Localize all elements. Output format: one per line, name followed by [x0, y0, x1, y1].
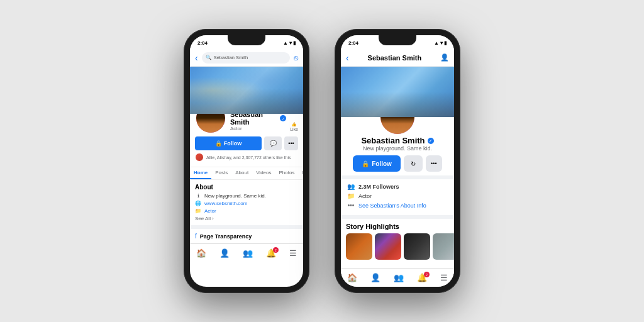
followers-row: 👥 2.3M Followers	[347, 183, 448, 190]
followers-count: 2.3M Followers	[358, 184, 399, 190]
about-category-row: 📁 Actor	[195, 208, 298, 214]
wifi-icon: ▾	[440, 40, 443, 46]
phone2-time: 2:04	[348, 40, 358, 46]
share-icon[interactable]: ⎋	[294, 53, 298, 62]
phone2-status-icons: ▲ ▾ ▮	[434, 40, 447, 46]
about-website-row: 🌐 www.sebsmith.com	[195, 201, 298, 206]
phone1-nav-bar: ‹ 🔍 Sebastian Smith ⎋	[190, 49, 303, 67]
about-section: About ℹ New playground. Same kid. 🌐 www.…	[190, 180, 303, 225]
about-bio-row: ℹ New playground. Same kid.	[195, 193, 298, 199]
phone1-time: 2:04	[197, 40, 208, 46]
about-bio: New playground. Same kid.	[204, 193, 266, 199]
notification-badge: 2	[273, 247, 279, 253]
phone1-status-icons: ▲ ▾ ▮	[283, 40, 296, 46]
lock-icon: 🔒	[215, 140, 222, 147]
message-button-2[interactable]: ↻	[404, 155, 423, 172]
profile-subtitle: Actor	[230, 126, 286, 131]
follow-label-2: Follow	[372, 160, 392, 167]
search-box[interactable]: 🔍 Sebastian Smith	[202, 52, 290, 64]
story-thumb-2[interactable]	[375, 233, 401, 260]
nav-groups[interactable]: 👥	[243, 248, 253, 258]
tab-about[interactable]: About	[231, 167, 252, 179]
story-highlights: Story Highlights	[341, 215, 454, 264]
about-category[interactable]: Actor	[204, 208, 216, 214]
phone2-cover-photo	[341, 67, 454, 117]
city-overlay	[190, 89, 303, 114]
back-button[interactable]: ‹	[346, 53, 349, 63]
about-website[interactable]: www.sebsmith.com	[204, 201, 247, 206]
see-all-label: See All	[195, 216, 211, 221]
phone2-screen: 2:04 ▲ ▾ ▮ ‹ Sebastian Smith 👤	[341, 35, 454, 287]
person-icon[interactable]: 👤	[440, 53, 449, 62]
page-transparency: f Page Transparency	[190, 225, 303, 243]
follow-button-2[interactable]: 🔒 Follow	[353, 155, 401, 172]
see-all[interactable]: See All ›	[195, 216, 298, 221]
more-icon-2: •••	[431, 160, 436, 167]
tab-photos[interactable]: Photos	[275, 167, 298, 179]
wifi-icon: ▾	[289, 40, 292, 46]
chevron-right-icon: ›	[212, 216, 214, 221]
page-trans-row: f Page Transparency	[195, 233, 298, 240]
city-overlay-2	[341, 92, 454, 117]
nav2-groups[interactable]: 👥	[394, 273, 404, 282]
story-highlights-title: Story Highlights	[346, 223, 449, 230]
message-button[interactable]: 💬	[264, 136, 282, 150]
more-button-2[interactable]: •••	[426, 155, 442, 172]
nav2-notifications[interactable]: 🔔 2	[417, 273, 427, 282]
lock-icon-2: 🔒	[362, 160, 369, 167]
search-text: Sebastian Smith	[214, 55, 248, 60]
signal-icon: ▲	[283, 40, 288, 46]
story-thumb-3[interactable]	[404, 233, 430, 260]
tab-posts[interactable]: Posts	[211, 167, 231, 179]
friends-like-text: Allie, Atishay, and 2,307,772 others lik…	[206, 155, 291, 160]
category-icon: 📁	[195, 208, 201, 214]
phone-2: 2:04 ▲ ▾ ▮ ‹ Sebastian Smith 👤	[335, 29, 460, 293]
follow-label: Follow	[224, 140, 242, 147]
more-button[interactable]: •••	[284, 136, 298, 150]
story-thumb-4[interactable]	[433, 233, 454, 260]
tab-videos[interactable]: Videos	[252, 167, 275, 179]
followers-icon: 👥	[347, 183, 355, 190]
battery-icon: ▮	[293, 40, 296, 46]
nav-menu[interactable]: ☰	[289, 248, 297, 258]
tab-events[interactable]: Eve...	[298, 167, 303, 179]
follow-button[interactable]: 🔒 Follow	[195, 136, 262, 150]
more-icon: •••	[288, 140, 294, 147]
message-icon: 💬	[270, 140, 277, 147]
nav-notifications[interactable]: 🔔 2	[266, 248, 276, 258]
category-icon-2: 📁	[347, 192, 355, 199]
page-transparency-label: Page Transparency	[200, 233, 252, 240]
notification-badge-2: 2	[424, 272, 430, 277]
story-row	[346, 233, 449, 260]
nav-title: Sebastian Smith	[368, 54, 422, 62]
profile-name-2: Sebastian Smith	[361, 136, 425, 145]
back-button[interactable]: ‹	[195, 53, 198, 63]
profile-tagline: New playground. Same kid.	[347, 145, 448, 152]
phone1-bottom-nav: 🏠 👤 👥 🔔 2 ☰	[190, 243, 303, 262]
search-icon: 🔍	[206, 55, 211, 60]
scene: 2:04 ▲ ▾ ▮ ‹ 🔍 Sebastian Smith ⎋	[0, 0, 644, 322]
about-info-row[interactable]: ••• See Sebastian's About Info	[347, 202, 448, 209]
friend-avatar	[195, 153, 204, 162]
like-button[interactable]: 👍 Like	[290, 122, 298, 134]
nav-profile[interactable]: 👤	[219, 248, 230, 258]
phone-1: 2:04 ▲ ▾ ▮ ‹ 🔍 Sebastian Smith ⎋	[184, 29, 309, 293]
category-row: 📁 Actor	[347, 192, 448, 199]
nav2-profile[interactable]: 👤	[370, 273, 380, 282]
phone1-notch	[228, 35, 265, 45]
signal-icon: ▲	[434, 40, 439, 46]
battery-icon: ▮	[444, 40, 447, 46]
phone1-screen: 2:04 ▲ ▾ ▮ ‹ 🔍 Sebastian Smith ⎋	[190, 35, 303, 287]
profile-tabs: Home Posts About Videos Photos Eve...	[190, 167, 303, 180]
story-thumb-1[interactable]	[346, 233, 372, 260]
thumbs-up-icon: 👍	[291, 122, 297, 127]
nav2-home[interactable]: 🏠	[347, 273, 357, 282]
phone1-cover-photo	[190, 67, 303, 114]
nav2-menu[interactable]: ☰	[440, 273, 448, 282]
verified-badge-2: ✓	[428, 138, 434, 144]
message-icon-2: ↻	[411, 160, 416, 167]
about-link[interactable]: See Sebastian's About Info	[358, 203, 426, 209]
verified-badge: ✓	[280, 115, 286, 121]
tab-home[interactable]: Home	[190, 167, 211, 179]
nav-home[interactable]: 🏠	[196, 248, 206, 258]
